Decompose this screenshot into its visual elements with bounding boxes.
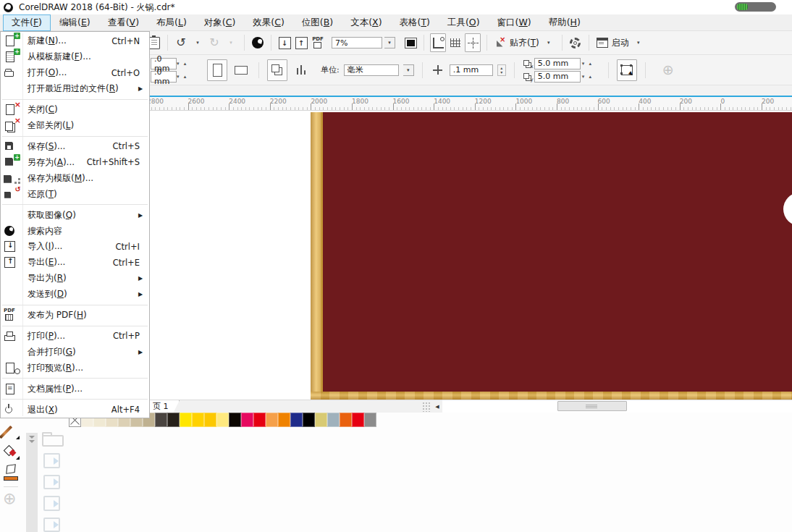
menu-item[interactable]: 保存(S)... Ctrl+S [1, 138, 149, 154]
pen-tool-icon[interactable] [0, 426, 12, 439]
menubar-item[interactable]: 表格(T) [391, 14, 439, 31]
launch-button[interactable] [595, 34, 610, 51]
nudge-spinner[interactable] [497, 64, 506, 76]
grid-toggle-button[interactable] [448, 34, 463, 51]
units-select[interactable]: 毫米 [344, 64, 399, 76]
fill-tool-icon[interactable] [4, 465, 20, 481]
page-width-spinner[interactable] [177, 61, 190, 67]
zoom-level-dropdown[interactable] [384, 37, 395, 48]
artwork-maroon-background[interactable] [323, 112, 792, 392]
flyout-arrow-icon[interactable] [16, 436, 20, 439]
menu-item[interactable]: 打开(O)... Ctrl+O [1, 65, 149, 81]
menu-item[interactable]: 从模板新建(F)... [1, 49, 149, 65]
options-button[interactable] [568, 34, 583, 51]
color-swatch[interactable] [229, 413, 241, 427]
color-swatch[interactable] [290, 413, 303, 427]
page-height-spinner[interactable] [177, 74, 190, 80]
splitter-grip[interactable] [422, 402, 431, 412]
menu-item[interactable]: 全部关闭(L) [1, 118, 149, 134]
undo-dropdown[interactable] [190, 34, 205, 51]
menu-item[interactable]: 另存为(A)... Ctrl+Shift+S [1, 154, 149, 170]
nudge-distance-input[interactable]: .1 mm [450, 64, 493, 76]
menu-item[interactable]: 打开最近用过的文件(R) [1, 81, 149, 97]
publish-pdf-button[interactable]: PDF [311, 34, 325, 51]
landscape-button[interactable] [232, 60, 250, 80]
launch-label[interactable]: 启动 [612, 37, 629, 49]
scroll-left-button[interactable] [432, 400, 442, 413]
rulers-toggle-button[interactable] [430, 33, 446, 52]
color-swatch[interactable] [155, 413, 167, 427]
duplicate-y-spinner[interactable] [582, 74, 595, 80]
treat-as-filled-button[interactable] [617, 59, 637, 81]
color-swatch[interactable] [303, 413, 315, 427]
menu-item[interactable]: 发布为 PDF(H) [1, 308, 149, 324]
duplicate-x-input[interactable]: 5.0 mm [534, 58, 581, 69]
undo-button[interactable]: ↺ [174, 34, 188, 51]
menu-item[interactable]: 关闭(C) [1, 102, 149, 118]
color-swatch[interactable] [315, 413, 327, 427]
units-dropdown[interactable] [403, 64, 414, 76]
scrollbar-thumb[interactable] [557, 401, 627, 411]
import-button[interactable]: ↓ [277, 34, 292, 51]
menu-item[interactable]: 发送到(D) [1, 287, 149, 303]
snap-to-dropdown[interactable] [542, 34, 556, 51]
artwork-gold-frame-bottom[interactable] [311, 392, 792, 400]
color-swatch[interactable] [278, 413, 290, 427]
fit-page-button[interactable] [403, 34, 418, 51]
current-page-button[interactable] [292, 60, 311, 80]
menubar-item[interactable]: 文本(X) [342, 14, 390, 31]
color-swatch[interactable] [327, 413, 340, 427]
artwork-gold-frame-left[interactable] [311, 112, 323, 400]
menu-item[interactable]: 打印预览(R)... [1, 360, 149, 376]
menubar-item[interactable]: 查看(V) [99, 14, 148, 31]
duplicate-x-spinner[interactable] [582, 61, 595, 67]
color-swatch[interactable] [253, 413, 266, 427]
menu-item[interactable]: 还原(T) [1, 186, 149, 202]
menu-item[interactable]: 获取图像(Q) [1, 207, 149, 223]
redo-dropdown[interactable] [224, 34, 238, 51]
color-swatch[interactable] [266, 413, 278, 427]
zoom-level-input[interactable]: 7% [332, 37, 382, 48]
menu-item[interactable]: 导入(I)... Ctrl+I [1, 239, 149, 255]
menubar-item[interactable]: 窗口(W) [489, 14, 540, 31]
all-pages-button[interactable] [267, 59, 287, 81]
menubar-item[interactable]: 位图(B) [293, 14, 342, 31]
color-swatch[interactable] [352, 413, 364, 427]
panel-scrollbar[interactable] [26, 433, 38, 532]
menu-item[interactable]: 合并打印(G) [1, 344, 149, 360]
menu-item[interactable]: 搜索内容 [1, 223, 149, 239]
snap-to-label[interactable]: 贴齐(T) [510, 37, 539, 49]
menu-item[interactable]: 导出为(R) [1, 271, 149, 287]
color-swatch[interactable] [364, 413, 376, 427]
color-swatch[interactable] [241, 413, 253, 427]
launch-dropdown[interactable] [631, 34, 646, 51]
menu-item[interactable]: 导出(E)... Ctrl+E [1, 255, 149, 271]
menubar-item[interactable]: 对象(C) [195, 14, 245, 31]
menu-item[interactable]: 打印(P)... Ctrl+P [1, 329, 149, 345]
snap-off-button[interactable] [493, 34, 507, 51]
portrait-button[interactable] [207, 59, 227, 81]
guidelines-toggle-button[interactable] [465, 33, 481, 52]
color-swatch[interactable] [216, 413, 229, 427]
page-height-input[interactable]: .0 mm [151, 71, 177, 83]
horizontal-scrollbar[interactable] [442, 400, 792, 413]
menu-item[interactable]: 新建(N)... Ctrl+N [1, 33, 149, 49]
menubar-item[interactable]: 布局(L) [148, 14, 195, 31]
search-content-button[interactable] [250, 34, 265, 51]
pan-icon[interactable]: ⊕ [3, 491, 16, 507]
color-swatch[interactable] [340, 413, 352, 427]
color-swatch[interactable] [167, 413, 180, 427]
menubar-item[interactable]: 编辑(E) [51, 14, 99, 31]
menu-item[interactable]: 保存为模版(M)... [1, 170, 149, 186]
menubar-item[interactable]: 帮助(H) [540, 14, 589, 31]
menubar-item[interactable]: 工具(O) [439, 14, 489, 31]
export-button[interactable]: ↑ [294, 34, 308, 51]
menu-item[interactable]: 文档属性(P)... [1, 381, 149, 397]
menubar-item[interactable]: 文件(F) [3, 14, 51, 31]
duplicate-y-input[interactable]: 5.0 mm [534, 71, 581, 83]
color-swatch[interactable] [204, 413, 216, 427]
flyout-arrow-icon[interactable] [16, 456, 20, 460]
color-swatch[interactable] [180, 413, 192, 427]
color-swatch[interactable] [192, 413, 204, 427]
redo-button[interactable]: ↻ [207, 34, 222, 51]
